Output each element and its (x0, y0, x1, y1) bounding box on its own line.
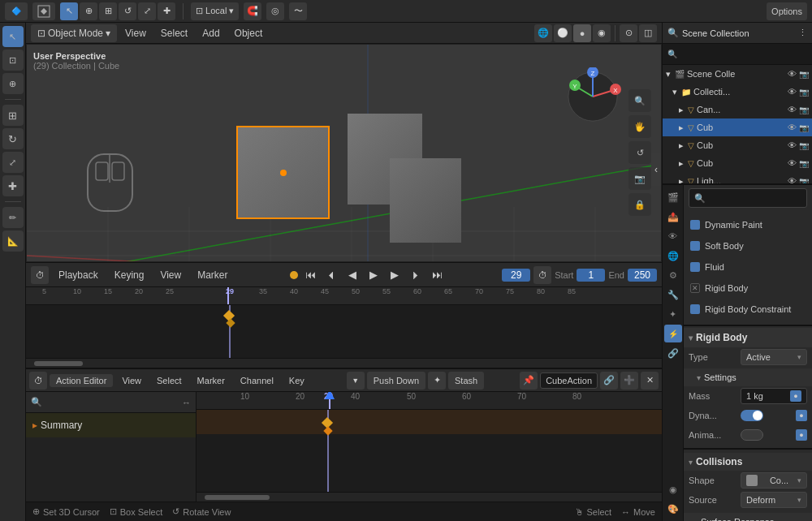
timeline-scroll-thumb[interactable] (34, 361, 83, 366)
timeline-view-menu[interactable]: View (153, 268, 188, 282)
eye-icon[interactable]: 👁 (788, 158, 797, 168)
transform-pivot[interactable]: ⊡ Local ▾ (191, 2, 239, 20)
start-frame[interactable]: 1 (577, 269, 605, 282)
outliner-item-camera[interactable]: ▸ ▽ Can... 👁 📷 (663, 101, 812, 118)
select-menu[interactable]: Select (154, 26, 194, 41)
mass-driver-icon[interactable]: ● (790, 390, 801, 402)
viewport-shading-2[interactable]: ⚪ (554, 24, 572, 42)
transform-tool[interactable]: ✚ (158, 2, 175, 20)
measure-btn[interactable]: 📐 (2, 230, 24, 252)
constraints-tab[interactable]: 🔗 (664, 344, 682, 362)
action-pin-icon[interactable]: 📌 (520, 372, 538, 390)
particles-tab[interactable]: ✦ (664, 305, 682, 323)
viewport-3d[interactable]: User Perspective (29) Collection | Cube (26, 44, 662, 262)
action-select-menu[interactable]: Select (150, 374, 188, 387)
outliner-item-light[interactable]: ▸ ▽ Ligh... 👁 📷 (663, 172, 812, 185)
zoom-in-btn[interactable]: 🔍 (628, 89, 651, 112)
restrict-icon5[interactable]: 📷 (799, 177, 809, 186)
timeline-scrollbar[interactable] (26, 358, 662, 368)
move-btn[interactable]: ⊞ (2, 105, 24, 126)
object-menu[interactable]: Object (228, 26, 270, 41)
action-keyframes-area[interactable] (197, 410, 662, 492)
source-dropdown[interactable]: Deform ▾ (741, 492, 807, 508)
animated-toggle[interactable] (741, 429, 763, 441)
orbit-btn[interactable]: ↺ (628, 141, 651, 164)
outliner-item-scene[interactable]: ▾ 🎬 Scene Colle 👁 📷 (663, 65, 812, 83)
action-scrollbar[interactable] (197, 492, 662, 502)
add-menu[interactable]: Add (196, 26, 226, 41)
options-button[interactable]: Options (767, 2, 807, 20)
next-keyframe-btn[interactable]: ▶ (386, 266, 404, 284)
dynamic-toggle[interactable] (741, 410, 763, 421)
outliner-item-cube3[interactable]: ▸ ▽ Cub 👁 📷 (663, 154, 812, 172)
physics-search-input[interactable] (709, 193, 812, 203)
output-tab[interactable]: 📤 (664, 208, 682, 226)
view-tab[interactable]: 👁 (664, 227, 682, 245)
render-tab[interactable]: 🎬 (664, 188, 682, 206)
action-scroll-thumb[interactable] (205, 495, 270, 500)
push-down-btn[interactable]: Push Down (367, 372, 425, 390)
stash-btn[interactable]: Stash (448, 372, 484, 390)
type-dropdown[interactable]: Active ▾ (741, 349, 807, 365)
action-view-menu[interactable]: View (115, 374, 148, 387)
current-frame-display[interactable]: 29 (502, 269, 530, 282)
end-frame[interactable]: 250 (628, 269, 657, 282)
timeline-type-icon[interactable]: ⏱ (31, 266, 49, 284)
prev-keyframe-btn[interactable]: ◀ (343, 266, 361, 284)
viewport-gizmo[interactable]: X Y Z (564, 67, 622, 126)
settings-header[interactable]: ▾ Settings (684, 368, 812, 386)
restrict-icon2[interactable]: 📷 (799, 123, 809, 132)
proportional-icon[interactable]: ◎ (266, 2, 284, 20)
rigid-body-header[interactable]: ▾ Rigid Body (684, 328, 812, 347)
proportional2-icon[interactable]: 〜 (289, 2, 307, 20)
eye-icon[interactable]: 👁 (788, 87, 797, 97)
restrict-icon3[interactable]: 📷 (799, 141, 809, 150)
lock-btn[interactable]: 🔒 (628, 193, 651, 216)
shape-dropdown[interactable]: Co... ▾ (741, 472, 807, 489)
action-key-menu[interactable]: Key (283, 374, 311, 387)
mode-selector[interactable]: ⊡ Object Mode ▾ (31, 24, 117, 42)
animated-driver-icon[interactable]: ● (796, 429, 807, 441)
timeline-marker-menu[interactable]: Marker (191, 268, 234, 282)
viewport-collapse-arrow[interactable]: ‹ (651, 153, 661, 186)
editor-type-icon[interactable] (32, 2, 55, 20)
search-clear-icon[interactable]: ↔ (182, 398, 191, 407)
zoom-out-btn[interactable]: 🖐 (628, 115, 651, 138)
camera-btn[interactable]: 📷 (628, 167, 651, 190)
eye-icon[interactable]: 👁 (788, 176, 797, 185)
annotate-btn[interactable]: ✏ (2, 207, 24, 228)
jump-end-btn[interactable]: ⏭ (428, 266, 446, 284)
physics-dynamic-paint[interactable]: Dynamic Paint (684, 214, 812, 235)
modifier-tab[interactable]: 🔧 (664, 286, 682, 304)
action-marker-menu[interactable]: Marker (191, 374, 231, 387)
material-tab[interactable]: 🎨 (664, 500, 682, 518)
action-editor-type-label[interactable]: Action Editor (50, 374, 113, 387)
eye-icon[interactable]: 👁 (788, 105, 797, 114)
scale-btn[interactable]: ⤢ (2, 152, 24, 173)
action-close-icon[interactable]: ✕ (641, 372, 659, 390)
outliner-dots-icon[interactable]: ⋮ (798, 28, 807, 38)
outliner-item-cube-sel[interactable]: ▸ ▽ Cub 👁 📷 (663, 118, 812, 136)
keying-menu[interactable]: Keying (108, 268, 151, 282)
push-down-star-icon[interactable]: ✦ (428, 372, 446, 390)
viewport-overlay[interactable]: ⊙ (620, 24, 637, 42)
surface-response-header[interactable]: ▸ Surface Response (684, 513, 812, 521)
viewport-shading-render[interactable]: ◉ (593, 24, 611, 42)
cursor-btn[interactable]: ↖ (2, 26, 24, 47)
camera-icon[interactable]: 📷 (799, 70, 809, 79)
object-data-tab[interactable]: ◉ (664, 480, 682, 498)
rotate-btn[interactable]: ↻ (2, 128, 24, 149)
action-search-input[interactable] (45, 398, 179, 407)
tweak-btn[interactable]: ⊕ (2, 73, 24, 94)
select-tool[interactable]: ↖ (60, 2, 78, 20)
timeline-content[interactable] (26, 305, 662, 358)
cube3[interactable] (390, 158, 461, 243)
selected-cube[interactable] (236, 126, 330, 219)
action-name[interactable]: CubeAction (540, 372, 598, 389)
blender-icon[interactable]: 🔷 (5, 2, 28, 20)
physics-fluid[interactable]: Fluid (684, 256, 812, 278)
snap-icon[interactable]: 🧲 (244, 2, 261, 20)
action-editor-type[interactable]: ⏱ (29, 372, 47, 390)
outliner-item-collection[interactable]: ▾ 📁 Collecti... 👁 📷 (663, 83, 812, 101)
play-btn[interactable]: ▶ (365, 266, 382, 284)
